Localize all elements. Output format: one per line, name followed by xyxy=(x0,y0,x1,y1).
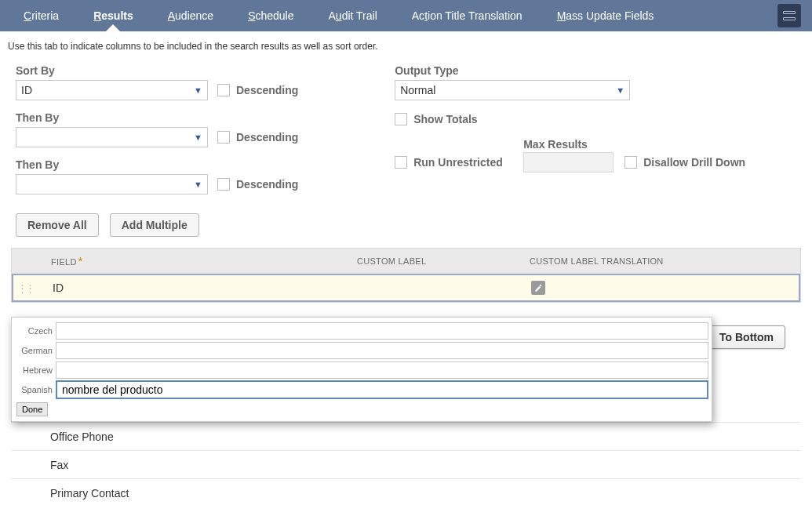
lang-label-hebrew: Hebrew xyxy=(15,365,56,375)
required-asterisk-icon: * xyxy=(78,255,83,267)
results-columns-grid: FIELD* CUSTOM LABEL CUSTOM LABEL TRANSLA… xyxy=(11,248,801,303)
output-type-value: Normal xyxy=(400,84,435,96)
show-totals-checkbox[interactable] xyxy=(395,113,407,125)
done-button[interactable]: Done xyxy=(16,402,48,416)
grid-header-custom-label-translation: CUSTOM LABEL TRANSLATION xyxy=(530,256,800,266)
tab-schedule[interactable]: Schedule xyxy=(231,0,311,31)
caret-down-icon: ▼ xyxy=(616,85,624,95)
lang-input-hebrew[interactable] xyxy=(56,361,708,379)
sort-by-dropdown[interactable]: ID ▼ xyxy=(16,80,208,100)
add-multiple-button[interactable]: Add Multiple xyxy=(110,213,199,237)
tab-bar: Criteria Results Audience Schedule Audit… xyxy=(0,0,812,31)
tab-action-title-translation[interactable]: Action Title Translation xyxy=(395,0,540,31)
tab-mass-update-fields[interactable]: Mass Update Fields xyxy=(540,0,672,31)
tab-audit-trail[interactable]: Audit Trail xyxy=(311,0,395,31)
grid-row[interactable]: Fax xyxy=(11,450,801,478)
caret-down-icon: ▼ xyxy=(194,180,202,189)
then-by-2-label: Then By xyxy=(16,158,348,171)
run-unrestricted-label: Run Unrestricted xyxy=(413,156,503,169)
lang-label-spanish: Spanish xyxy=(15,385,56,394)
grid-header-field: FIELD xyxy=(51,257,77,267)
grid-row[interactable]: Office Phone xyxy=(11,422,801,450)
grid-cell-field: Fax xyxy=(50,459,68,471)
descending-label: Descending xyxy=(236,84,298,96)
then-by-1-descending-checkbox[interactable] xyxy=(217,131,230,144)
tab-instruction: Use this tab to indicate columns to be i… xyxy=(0,31,812,52)
sort-by-value: ID xyxy=(21,84,32,96)
descending-label: Descending xyxy=(236,131,298,144)
show-totals-label: Show Totals xyxy=(413,113,477,125)
then-by-2-descending-checkbox[interactable] xyxy=(217,178,230,191)
max-results-label: Max Results xyxy=(523,138,588,151)
then-by-2-dropdown[interactable]: ▼ xyxy=(16,174,208,194)
grid-cell-field: Office Phone xyxy=(50,431,114,443)
disallow-drill-down-checkbox[interactable] xyxy=(624,156,637,169)
lang-label-german: German xyxy=(15,346,56,355)
lang-label-czech: Czech xyxy=(15,326,56,336)
run-unrestricted-checkbox[interactable] xyxy=(395,156,407,169)
sort-by-label: Sort By xyxy=(16,64,348,77)
caret-down-icon: ▼ xyxy=(194,85,202,95)
disallow-drill-down-label: Disallow Drill Down xyxy=(643,156,745,169)
pencil-icon xyxy=(534,284,543,292)
lang-input-spanish[interactable] xyxy=(56,380,708,399)
sort-by-descending-checkbox[interactable] xyxy=(217,84,230,96)
grid-cell-field[interactable]: ID xyxy=(37,282,359,294)
grid-cell-field: Primary Contact xyxy=(50,487,129,500)
output-type-dropdown[interactable]: Normal ▼ xyxy=(395,80,630,100)
grid-row[interactable]: Primary Contact xyxy=(11,478,801,505)
drag-handle-icon[interactable] xyxy=(13,282,37,294)
tab-audience[interactable]: Audience xyxy=(151,0,231,31)
then-by-1-dropdown[interactable]: ▼ xyxy=(16,127,208,147)
grid-header-custom-label: CUSTOM LABEL xyxy=(357,256,530,266)
then-by-1-label: Then By xyxy=(16,111,348,124)
translation-popup: Czech German Hebrew Spanish Done xyxy=(11,317,712,422)
descending-label: Descending xyxy=(236,178,298,191)
max-results-input[interactable] xyxy=(523,152,614,173)
tab-results[interactable]: Results xyxy=(76,0,151,31)
remove-all-button[interactable]: Remove All xyxy=(16,213,99,237)
to-bottom-button[interactable]: To Bottom xyxy=(708,325,785,349)
edit-translation-button[interactable] xyxy=(531,281,545,295)
grid-header: FIELD* CUSTOM LABEL CUSTOM LABEL TRANSLA… xyxy=(12,249,800,274)
caret-down-icon: ▼ xyxy=(194,133,202,142)
lang-input-czech[interactable] xyxy=(56,322,708,340)
tab-criteria[interactable]: Criteria xyxy=(6,0,76,31)
grid-row-active[interactable]: ID xyxy=(12,274,800,302)
output-type-label: Output Type xyxy=(395,64,796,77)
lang-input-german[interactable] xyxy=(56,342,708,359)
collapse-toggle-button[interactable] xyxy=(777,4,801,27)
